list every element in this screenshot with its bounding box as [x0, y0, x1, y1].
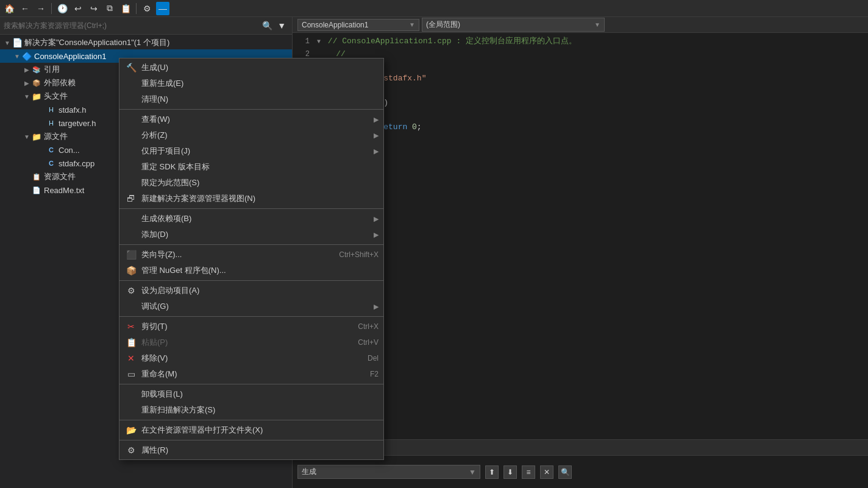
menu-arrow-analyze: ▶: [374, 132, 379, 140]
menu-sep-6: [119, 384, 383, 384]
menu-item-clean[interactable]: 清理(N): [119, 91, 383, 107]
menu-label-unload: 卸载项目(L): [141, 389, 379, 400]
menu-arrow-debug: ▶: [374, 303, 379, 311]
menu-label-open-explorer: 在文件资源管理器中打开文件夹(X): [141, 425, 379, 436]
menu-item-add[interactable]: 添加(D) ▶: [119, 227, 383, 242]
menu-arrow-add: ▶: [374, 231, 379, 239]
menu-label-cut: 剪切(T): [141, 321, 346, 332]
menu-icon-new-sol-view: 🗗: [124, 192, 138, 205]
menu-item-cut[interactable]: ✂ 剪切(T) Ctrl+X: [119, 319, 383, 334]
menu-icon-rename: ▭: [124, 367, 138, 381]
menu-label-rename: 重命名(M): [141, 369, 358, 380]
menu-label-rescan: 重新扫描解决方案(S): [141, 405, 379, 416]
menu-label-analyze: 分析(Z): [141, 130, 371, 141]
menu-label-new-sol-view: 新建解决方案资源管理器视图(N): [141, 193, 379, 204]
menu-sep-4: [119, 280, 383, 281]
menu-item-debug[interactable]: 调试(G) ▶: [119, 299, 383, 314]
menu-label-set-startup: 设为启动项目(A): [141, 285, 379, 296]
menu-icon-only-project: [124, 144, 138, 158]
menu-item-build[interactable]: 🔨 生成(U): [119, 60, 383, 76]
menu-icon-unload: [124, 387, 138, 401]
menu-icon-retarget: [124, 160, 138, 174]
menu-item-only-project[interactable]: 仅用于项目(J) ▶: [119, 143, 383, 159]
menu-label-build-deps: 生成依赖项(B): [141, 213, 371, 224]
menu-shortcut-paste: Ctrl+V: [358, 338, 379, 347]
menu-arrow-view: ▶: [374, 116, 379, 124]
menu-shortcut-remove: Del: [368, 354, 379, 362]
menu-item-nuget[interactable]: 📦 管理 NuGet 程序包(N)...: [119, 263, 383, 278]
menu-label-rebuild: 重新生成(E): [141, 78, 379, 89]
menu-item-analyze[interactable]: 分析(Z) ▶: [119, 127, 383, 143]
menu-icon-add: [124, 228, 138, 241]
menu-sep-8: [119, 440, 383, 440]
menu-label-debug: 调试(G): [141, 301, 371, 312]
menu-label-properties: 属性(R): [141, 445, 379, 456]
menu-item-paste[interactable]: 📋 粘贴(P) Ctrl+V: [119, 334, 383, 350]
menu-sep-5: [119, 316, 383, 317]
menu-label-only-project: 仅用于项目(J): [141, 146, 371, 157]
menu-arrow-only-project: ▶: [374, 147, 379, 155]
menu-label-view: 查看(W): [141, 114, 371, 125]
menu-label-remove: 移除(V): [141, 353, 355, 364]
menu-icon-remove: ✕: [124, 352, 138, 365]
menu-icon-rescan: [124, 403, 138, 417]
menu-label-nuget: 管理 NuGet 程序包(N)...: [141, 265, 379, 276]
menu-label-clean: 清理(N): [141, 94, 379, 105]
menu-icon-set-startup: ⚙: [124, 284, 138, 297]
menu-shortcut-cut: Ctrl+X: [358, 322, 379, 331]
menu-icon-class-wizard: ⬛: [124, 248, 138, 261]
menu-icon-open-explorer: 📂: [124, 423, 138, 437]
menu-label-build: 生成(U): [141, 62, 379, 73]
menu-sep-3: [119, 244, 383, 245]
menu-label-scope: 限定为此范围(S): [141, 177, 379, 188]
menu-shortcut-rename: F2: [370, 370, 379, 378]
menu-item-unload[interactable]: 卸载项目(L): [119, 386, 383, 402]
menu-icon-build: 🔨: [124, 61, 138, 74]
menu-item-view[interactable]: 查看(W) ▶: [119, 111, 383, 127]
menu-item-open-explorer[interactable]: 📂 在文件资源管理器中打开文件夹(X): [119, 422, 383, 438]
menu-sep-7: [119, 420, 383, 420]
menu-icon-rebuild: [124, 77, 138, 90]
menu-shortcut-class-wizard: Ctrl+Shift+X: [339, 250, 379, 259]
menu-sep-1: [119, 109, 383, 110]
menu-label-add: 添加(D): [141, 229, 371, 240]
menu-icon-debug: [124, 300, 138, 313]
context-menu-overlay: 🔨 生成(U) 重新生成(E) 清理(N) 查看(W) ▶ 分析(Z) ▶: [0, 0, 868, 488]
menu-icon-cut: ✂: [124, 320, 138, 333]
menu-item-new-sol-view[interactable]: 🗗 新建解决方案资源管理器视图(N): [119, 191, 383, 207]
menu-item-scope[interactable]: 限定为此范围(S): [119, 175, 383, 191]
menu-icon-paste: 📋: [124, 336, 138, 349]
menu-item-rescan[interactable]: 重新扫描解决方案(S): [119, 402, 383, 418]
menu-icon-analyze: [124, 129, 138, 142]
menu-item-set-startup[interactable]: ⚙ 设为启动项目(A): [119, 283, 383, 299]
menu-icon-build-deps: [124, 212, 138, 225]
menu-label-class-wizard: 类向导(Z)...: [141, 249, 327, 260]
context-menu: 🔨 生成(U) 重新生成(E) 清理(N) 查看(W) ▶ 分析(Z) ▶: [119, 58, 384, 460]
menu-label-paste: 粘贴(P): [141, 337, 346, 348]
menu-item-properties[interactable]: ⚙ 属性(R): [119, 442, 383, 458]
menu-item-rename[interactable]: ▭ 重命名(M) F2: [119, 366, 383, 382]
menu-item-class-wizard[interactable]: ⬛ 类向导(Z)... Ctrl+Shift+X: [119, 247, 383, 263]
menu-arrow-build-deps: ▶: [374, 215, 379, 223]
menu-sep-2: [119, 208, 383, 209]
menu-item-remove[interactable]: ✕ 移除(V) Del: [119, 350, 383, 366]
menu-icon-nuget: 📦: [124, 264, 138, 277]
menu-icon-view: [124, 113, 138, 126]
menu-icon-properties: ⚙: [124, 444, 138, 457]
menu-label-retarget: 重定 SDK 版本目标: [141, 161, 379, 172]
menu-icon-scope: [124, 176, 138, 189]
menu-item-retarget[interactable]: 重定 SDK 版本目标: [119, 159, 383, 175]
menu-item-rebuild[interactable]: 重新生成(E): [119, 76, 383, 91]
menu-icon-clean: [124, 93, 138, 106]
menu-item-build-deps[interactable]: 生成依赖项(B) ▶: [119, 211, 383, 227]
